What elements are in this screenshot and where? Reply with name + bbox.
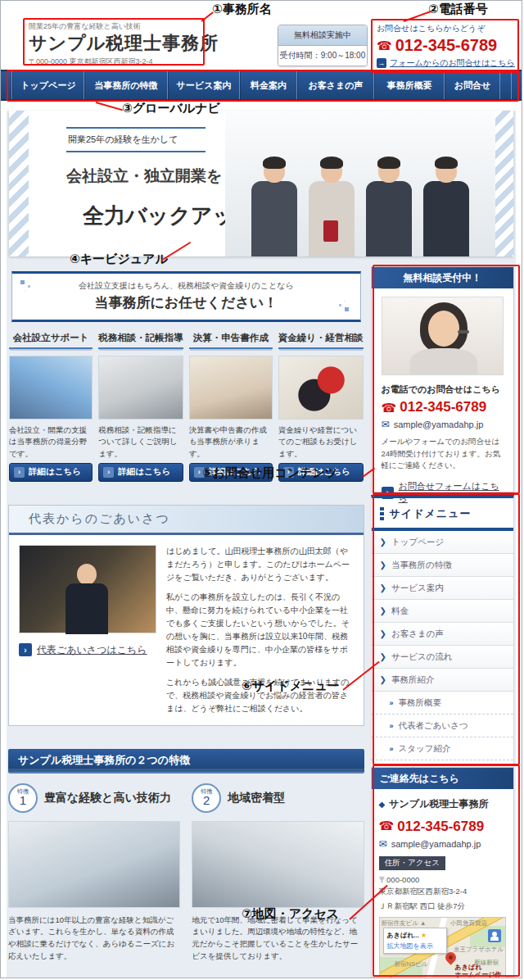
feature-photo-staff [192, 821, 364, 908]
mail-icon: ✉ [379, 839, 387, 849]
phone-icon: ☎ [379, 819, 395, 832]
double-chevron-icon: » [390, 699, 394, 707]
side-menu-item-pricing[interactable]: ❯料金 [372, 600, 513, 623]
service-title: 税務相談・記帳指導 [98, 332, 183, 349]
service-photo-calculator [98, 356, 183, 420]
service-detail-button[interactable]: ›詳細はこちら [9, 463, 93, 482]
chevron-right-icon: ❯ [380, 538, 386, 547]
body-area: 開業25年の経験を生かして 会社設立・独立開業を 全力バックアップ！ [7, 111, 516, 978]
chevron-right-icon: ❯ [380, 583, 386, 592]
side-menu-item-overview[interactable]: »事務所概要 [372, 692, 513, 715]
info-email-row[interactable]: ✉ sample@yamadahp.jp [379, 839, 506, 849]
side-menu-item-voice[interactable]: ❯お客さまの声 [372, 623, 513, 646]
greeting-section: 代表からのごあいさつ › 代表ごあいさつはこちら はじめまして。山田税理士事務所… [8, 505, 364, 726]
site-header: 開業25年の豊富な経験と高い技術 サンプル税理士事務所 〒000-0000 東京… [1, 1, 522, 70]
map-label: 新宿住友ビル ▲ [382, 919, 427, 928]
service-list: 会社設立サポート 会社設立・開業の支援は当事務所の得意分野です。 ›詳細はこちら… [9, 332, 364, 482]
service-desc: 税務相談・記帳指導について詳しくご説明します。 [98, 424, 183, 460]
feature-title: 地域密着型 [228, 791, 285, 805]
side-menu-item-services[interactable]: ❯サービス案内 [372, 577, 513, 600]
info-phone-number: 012-345-6789 [397, 819, 484, 835]
greeting-link[interactable]: › 代表ごあいさつはこちら [19, 643, 156, 657]
nav-item-contact[interactable]: お問合せ [445, 71, 500, 99]
access-badge: 住所・アクセス [379, 856, 445, 870]
service-detail-button[interactable]: ›詳細はこちら [278, 463, 364, 482]
info-access: ＪＲ新宿駅 西口 徒歩7分 [379, 901, 506, 912]
person-figure [251, 160, 297, 256]
service-card-tax: 税務相談・記帳指導 税務相談・記帳指導について詳しくご説明します。 ›詳細はこち… [98, 332, 183, 482]
sidebar-email-row[interactable]: ✉ sample@yamadahp.jp [382, 420, 504, 429]
nav-item-top[interactable]: トップページ [12, 71, 84, 99]
feature-badge-1: 特徴 1 [8, 783, 38, 813]
nav-item-services[interactable]: サービス案内 [168, 71, 240, 99]
nav-item-overview[interactable]: 事務所概要 [374, 71, 445, 99]
feature-desc: 地元で10年間、地域に密着して事業を行なってまいりました。周辺環境や地域の特性な… [192, 914, 364, 963]
lead-banner-line2: 当事務所にお任せください！ [16, 293, 357, 312]
side-menu-item-flow[interactable]: ❯サービスの流れ [372, 646, 513, 669]
arrow-icon: › [382, 487, 394, 499]
nav-item-features[interactable]: 当事務所の特徴 [84, 71, 168, 99]
nav-item-voice[interactable]: お客さまの声 [297, 71, 374, 99]
greeting-paragraph: はじめまして。山田税理士事務所の山田太郎（やまだたろう）と申します。このたびはホ… [166, 545, 354, 584]
side-menu-item-features[interactable]: ❯当事務所の特徴 [372, 554, 513, 577]
office-name-block: 開業25年の豊富な経験と高い技術 サンプル税理士事務所 〒000-0000 東京… [29, 21, 219, 67]
person-figure [366, 160, 412, 256]
sidebar-contact-header: 無料相談受付中！ [372, 267, 513, 288]
map-pegman-icon[interactable] [488, 929, 501, 942]
map-label: 京王プラザホテル [454, 946, 504, 954]
service-card-settlement: 決算・申告書作成 決算書や申告書の作成も当事務所が承ります。 ›詳細はこちら [189, 332, 273, 482]
map-zoom-link[interactable]: 拡大地図を表示 [387, 941, 443, 951]
header-form-link[interactable]: → フォームからのお問合せはこちら [377, 57, 516, 69]
feature-2: 特徴 2 地域密着型 地元で10年間、地域に密着して事業を行なってまいりました。… [192, 783, 364, 963]
chevron-right-icon: ❯ [380, 606, 386, 615]
consult-badge: 無料相談実施中 [278, 25, 367, 46]
diamond-icon: ◆ [379, 800, 386, 809]
site-title[interactable]: サンプル税理士事務所 [29, 32, 219, 55]
sidebar-info-box: ご連絡先はこちら ◆ サンプル税理士事務所 ☎ 012-345-6789 ✉ s [371, 767, 514, 978]
service-photo-stamp [278, 356, 364, 420]
features-link[interactable]: › 当事務所の特徴について詳しくはこちら [8, 978, 364, 978]
nav-spacer [1, 71, 12, 99]
side-menu-item-top[interactable]: ❯トップページ [372, 531, 513, 554]
side-menu-item-about[interactable]: ❯事務所紹介 [372, 669, 513, 692]
phone-icon: ☎ [382, 402, 397, 414]
nav-item-pricing[interactable]: 料金案内 [240, 71, 297, 99]
greeting-paragraph: これからも誠心誠意ご支援を続けてまいりますので、税務相談や資金繰りでお悩みの経営… [166, 676, 354, 715]
service-detail-button[interactable]: ›詳細はこちら [98, 463, 183, 482]
map-pin-label: あきばれ ホームページ作成 [455, 964, 505, 979]
main-column: 会社設立支援はもちろん、税務相談や資金繰りのことなら 当事務所にお任せください！… [8, 263, 364, 978]
hero-photo [225, 111, 495, 256]
info-email[interactable]: sample@yamadahp.jp [391, 839, 481, 849]
greeting-paragraph: 私がこの事務所を設立したのは、長引く不況の中、懸命に努力を続けられている中小企業… [166, 591, 354, 669]
side-menu-item-greeting[interactable]: »代表者ごあいさつ [372, 715, 513, 737]
nav-spacer [500, 71, 512, 99]
side-menu-item-staff[interactable]: »スタッフ紹介 [372, 737, 513, 760]
slash-decoration-icon [59, 205, 73, 228]
service-title: 会社設立サポート [9, 332, 93, 349]
arrow-icon: › [19, 643, 32, 656]
features-header: サンプル税理士事務所の２つの特徴 [8, 749, 364, 774]
map-info-window[interactable]: あきばれ... ★ 拡大地図を表示 [383, 928, 447, 954]
arrow-icon: › [14, 467, 25, 478]
person-figure [309, 160, 355, 256]
service-detail-button[interactable]: ›詳細はこちら [189, 463, 273, 482]
map-label: 小田急百貨店 [450, 919, 487, 928]
tagline: 開業25年の豊富な経験と高い技術 [29, 21, 219, 32]
contact-note-text: メールやフォームでのお問合せは24時間受け付けております。お気軽にご連絡ください… [382, 436, 504, 472]
chevron-right-icon: ❯ [380, 675, 386, 684]
google-map[interactable]: 新宿住友ビル ▲ 小田急百貨店 あきばれ... ★ 拡大地図を表示 京王プラザホ… [379, 917, 506, 979]
global-nav: トップページ 当事務所の特徴 サービス案内 料金案内 お客さまの声 事務所概要 … [1, 70, 522, 101]
info-address: 東京都新宿区西新宿3-2-4 [379, 886, 506, 897]
service-photo-meeting [189, 356, 273, 420]
chevron-right-icon: ❯ [380, 629, 386, 638]
contact-form-link[interactable]: › お問合せフォームはこちら [382, 480, 504, 505]
service-desc: 資金繰りや経営についてのご相談もお受けします。 [278, 424, 364, 460]
sidebar-email[interactable]: sample@yamadahp.jp [394, 420, 484, 429]
greeting-text: はじめまして。山田税理士事務所の山田太郎（やまだたろう）と申します。このたびはホ… [166, 545, 354, 715]
double-chevron-icon: » [390, 745, 394, 753]
service-photo-buildings [9, 356, 93, 420]
menu-dots-icon [380, 507, 384, 520]
service-card-finance: 資金繰り・経営相談 資金繰りや経営についてのご相談もお受けします。 ›詳細はこち… [278, 332, 364, 482]
side-menu: サイドメニュー ❯トップページ ❯当事務所の特徴 ❯サービス案内 ❯料金 ❯お客… [371, 495, 514, 764]
greeting-header: 代表からのごあいさつ [9, 506, 364, 535]
